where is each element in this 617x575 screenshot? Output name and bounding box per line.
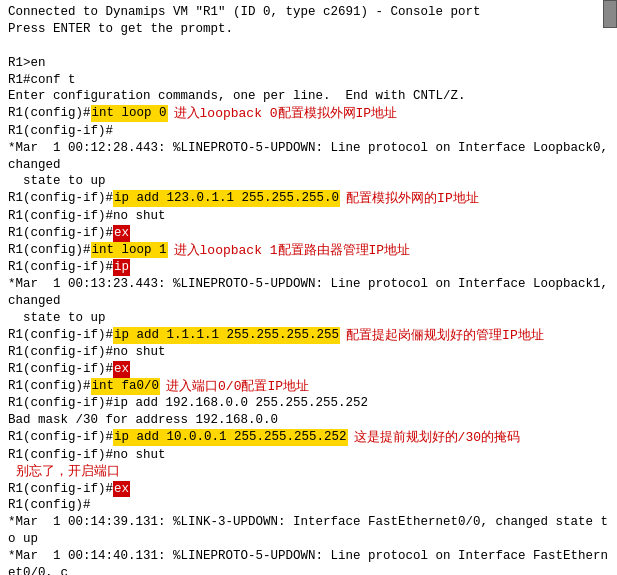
line-18: state to up (8, 310, 609, 327)
highlight-ex-2: ex (113, 361, 130, 378)
prompt-text: R1(config)# (8, 105, 91, 122)
annotation-loop1: 进入loopback 1配置路由器管理IP地址 (174, 242, 411, 260)
highlight-ex-3: ex (113, 481, 130, 498)
line-11: state to up (8, 173, 609, 190)
line-14: R1(config-if)#ex (8, 225, 609, 242)
prompt-text: R1(config)# (8, 242, 91, 259)
highlight-ip-add-1111: ip add 1.1.1.1 255.255.255.255 (113, 327, 340, 344)
line-10: *Mar 1 00:12:28.443: %LINEPROTO-5-UPDOWN… (8, 140, 609, 174)
annotation-ip10: 这是提前规划好的/30的掩码 (354, 429, 520, 447)
line-7: Enter configuration commands, one per li… (8, 88, 609, 105)
line-6: R1#conf t (8, 72, 609, 89)
prompt-text: R1(config)# (8, 378, 91, 395)
scrollbar[interactable] (603, 0, 617, 28)
prompt-text: R1(config-if)# (8, 361, 113, 378)
line-24: Bad mask /30 for address 192.168.0.0 (8, 412, 609, 429)
line-25: R1(config-if)#ip add 10.0.0.1 255.255.25… (8, 429, 609, 447)
line-23: R1(config-if)#ip add 192.168.0.0 255.255… (8, 395, 609, 412)
annotation-loop0: 进入loopback 0配置模拟外网IP地址 (174, 105, 398, 123)
line-8: R1(config)#int loop 0进入loopback 0配置模拟外网I… (8, 105, 609, 123)
prompt-text: R1>en (8, 55, 46, 72)
line-9: R1(config-if)# (8, 123, 609, 140)
line-1: Connected to Dynamips VM "R1" (ID 0, typ… (8, 4, 609, 21)
terminal-window[interactable]: Connected to Dynamips VM "R1" (ID 0, typ… (0, 0, 617, 575)
line-5: R1>en (8, 55, 609, 72)
prompt-text: R1(config-if)# (8, 259, 113, 276)
highlight-int-loop-0: int loop 0 (91, 105, 168, 122)
annotation-ip1111: 配置提起岗俪规划好的管理IP地址 (346, 327, 544, 345)
line-29: R1(config)# (8, 497, 609, 514)
highlight-ip-red: ip (113, 259, 130, 276)
highlight-ip-add-123: ip add 123.0.1.1 255.255.255.0 (113, 190, 340, 207)
line-2: Press ENTER to get the prompt. (8, 21, 609, 38)
line-28: R1(config-if)#ex (8, 481, 609, 498)
highlight-int-loop-1: int loop 1 (91, 242, 168, 259)
line-27: 别忘了，开启端口 (8, 464, 609, 481)
annotation-ip123: 配置模拟外网的IP地址 (346, 190, 479, 208)
line-12: R1(config-if)#ip add 123.0.1.1 255.255.2… (8, 190, 609, 208)
line-13: R1(config-if)#no shut (8, 208, 609, 225)
highlight-ip-add-10: ip add 10.0.0.1 255.255.255.252 (113, 429, 348, 446)
highlight-ex-1: ex (113, 225, 130, 242)
line-3 (8, 38, 609, 55)
prompt-text: R1(config-if)# (8, 225, 113, 242)
line-30: *Mar 1 00:14:39.131: %LINK-3-UPDOWN: Int… (8, 514, 609, 548)
highlight-int-fa00: int fa0/0 (91, 378, 161, 395)
prompt-text: R1(config-if)# (8, 327, 113, 344)
line-15: R1(config)#int loop 1进入loopback 1配置路由器管理… (8, 242, 609, 260)
terminal-content: Connected to Dynamips VM "R1" (ID 0, typ… (4, 2, 613, 575)
line-26: R1(config-if)#no shut (8, 447, 609, 464)
line-20: R1(config-if)#no shut (8, 344, 609, 361)
prompt-text: R1(config-if)# (8, 429, 113, 446)
prompt-text: R1(config-if)# (8, 190, 113, 207)
line-19: R1(config-if)#ip add 1.1.1.1 255.255.255… (8, 327, 609, 345)
annotation-fa00: 进入端口0/0配置IP地址 (166, 378, 309, 396)
prompt-text: R1#conf t (8, 72, 76, 89)
line-22: R1(config)#int fa0/0进入端口0/0配置IP地址 (8, 378, 609, 396)
line-21: R1(config-if)#ex (8, 361, 609, 378)
line-17: *Mar 1 00:13:23.443: %LINEPROTO-5-UPDOWN… (8, 276, 609, 310)
line-16: R1(config-if)#ip (8, 259, 609, 276)
prompt-text: R1(config-if)# (8, 481, 113, 498)
line-31: *Mar 1 00:14:40.131: %LINEPROTO-5-UPDOWN… (8, 548, 609, 575)
